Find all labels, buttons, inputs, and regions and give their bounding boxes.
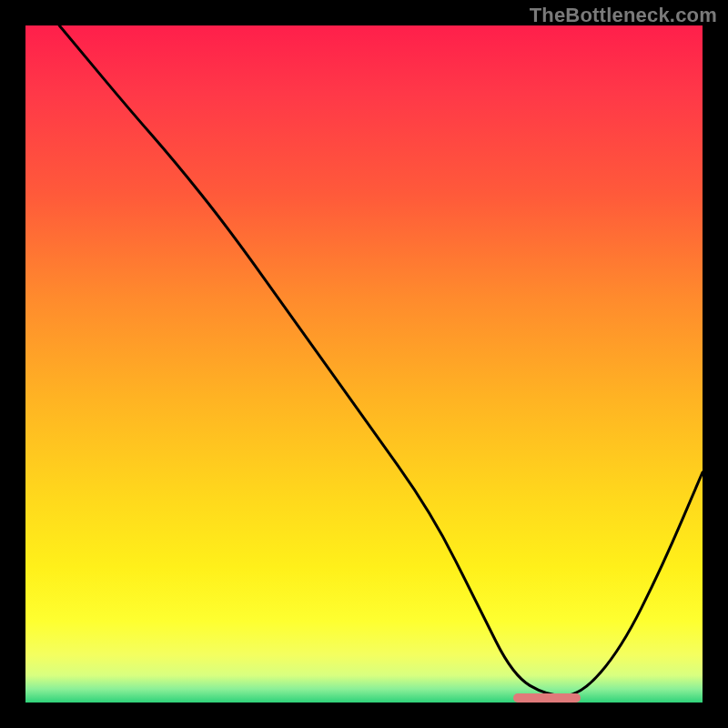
- curve-svg: [25, 25, 703, 703]
- bottleneck-curve-path: [59, 25, 703, 696]
- plot-area: [25, 25, 703, 703]
- chart-frame: TheBottleneck.com: [0, 0, 728, 728]
- optimal-marker: [513, 693, 581, 703]
- watermark-text: TheBottleneck.com: [530, 4, 717, 27]
